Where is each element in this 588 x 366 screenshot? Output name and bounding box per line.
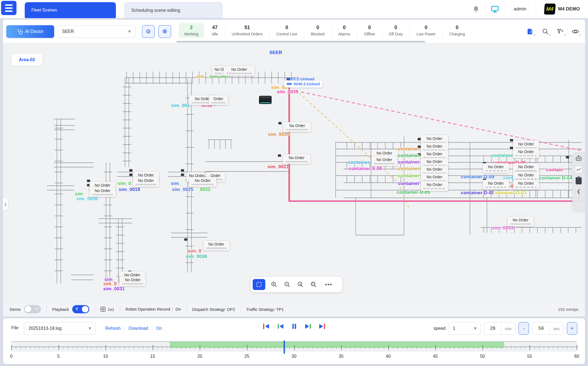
map-label: sim_0031 (103, 286, 125, 292)
ellipsis-icon: ••• (325, 281, 332, 288)
tab-scheduling-scene-editing[interactable]: Scheduling scene editing (124, 2, 222, 18)
timeline-cursor[interactable] (284, 340, 285, 354)
stat-idle[interactable]: 47Idle (205, 25, 225, 36)
box-select-button[interactable] (253, 279, 265, 290)
timeline-label: 25 (244, 354, 249, 359)
stat-offline[interactable]: 0Offline (357, 25, 382, 36)
settings-button[interactable]: ⚙ (142, 25, 155, 38)
stat-charging[interactable]: 0Charging (442, 25, 472, 36)
zoom-fit-button[interactable] (294, 279, 307, 290)
map-label: sim (196, 74, 205, 79)
stat-blocked[interactable]: 0Blocked (304, 25, 331, 36)
demo-toggle-state: N (35, 307, 38, 311)
timeline-label: 5 (57, 354, 60, 359)
scene-select-value: SEER (62, 29, 74, 34)
player-links: RefreshDownloadOn (105, 322, 162, 335)
stat-working[interactable]: 2Working (179, 23, 204, 38)
zoom-out-button[interactable] (281, 279, 294, 290)
pause-button[interactable] (291, 323, 298, 330)
timeline-track[interactable] (11, 341, 577, 352)
chevron-right-icon: ❯ (4, 202, 7, 206)
map-label: container-D-09 (461, 174, 494, 180)
log-edit-button[interactable] (523, 25, 538, 38)
step-forward-icon (305, 323, 312, 330)
stat-unfinished-orders[interactable]: 51Unfinished Orders (225, 25, 270, 36)
right-tool-panel: ❮ (572, 152, 585, 212)
grid-layout-button[interactable] (101, 307, 105, 312)
visibility-button[interactable] (568, 25, 583, 38)
filter-button[interactable] (553, 25, 568, 38)
map-label: contain (546, 167, 563, 173)
document-edit-icon (527, 28, 534, 35)
minutes-input[interactable]: 28 (484, 322, 501, 334)
timeline-label: 35 (339, 354, 344, 359)
left-panel-handle[interactable]: ❯ (3, 198, 8, 210)
timeline-label: 0 (10, 354, 13, 359)
freeze-button[interactable]: ❆ (158, 25, 171, 38)
link-download[interactable]: Download (129, 326, 148, 331)
more-button[interactable]: ••• (322, 279, 335, 290)
order-tooltip: No Order (212, 66, 225, 76)
seconds-input[interactable]: 59 (533, 322, 550, 334)
tab-fleet-scenes[interactable]: Fleet Scenes (25, 2, 116, 18)
area-badge[interactable]: Area-02 (12, 54, 42, 66)
step-forward-button[interactable] (305, 323, 312, 330)
search-button[interactable] (538, 25, 553, 38)
player-controls (263, 323, 326, 330)
player-speed-group: speed 1 ▼ 28 min - 59 sec + (433, 322, 577, 335)
chart-button[interactable] (575, 166, 582, 173)
map-label: sim_ (171, 181, 182, 186)
playback-toggle[interactable]: Y (72, 305, 89, 313)
divider (321, 281, 321, 288)
user-menu[interactable]: admin (504, 0, 536, 18)
demo-toggle[interactable]: N (24, 305, 41, 313)
chevron-left-icon[interactable]: ❮ (577, 188, 581, 194)
order-tooltip: No Order (203, 241, 229, 250)
divider (95, 306, 95, 313)
clipboard-button[interactable] (576, 177, 582, 184)
stat-off-duty[interactable]: 0Off Duty (382, 25, 410, 36)
map-canvas[interactable]: simsim_0037sim_00sim_0039sim_0027_0012si… (3, 43, 585, 302)
file-select[interactable]: 20251013-18.log ▼ (24, 322, 96, 335)
demo-label: Demo (10, 307, 21, 312)
menu-button[interactable] (1, 1, 16, 15)
map-scale: 152 mm/px (558, 307, 578, 312)
timeline-label: 45 (433, 354, 438, 359)
skip-end-button[interactable] (319, 323, 326, 330)
file-select-value: 20251013-18.log (29, 326, 62, 331)
pause-icon (291, 323, 298, 330)
speed-select[interactable]: 1 ▼ (449, 322, 481, 335)
step-back-button[interactable] (277, 323, 284, 330)
chevron-down-icon: ▼ (128, 30, 131, 33)
link-refresh[interactable]: Refresh (105, 326, 121, 331)
topbar: Fleet Scenes Scheduling scene editing ad… (0, 0, 588, 18)
stats-scrollbar[interactable] (177, 41, 425, 43)
map-label: container-D-03 (493, 190, 526, 196)
dispatch-strategy-status: Dispatch Strategy: DP2 (192, 307, 235, 312)
stat-control-lost[interactable]: 0Control Lost (270, 25, 304, 36)
stat-alarms[interactable]: 0Alarms (331, 25, 357, 36)
chevron-down-icon: ▼ (474, 326, 476, 330)
stat-low-power[interactable]: 0Low Power (410, 25, 442, 36)
zoom-region-button[interactable] (307, 279, 320, 290)
brand: M4 M4 DEMO (536, 0, 588, 18)
skip-start-button[interactable] (263, 323, 270, 330)
snowflake-icon: ❆ (162, 28, 167, 35)
filter-icon (557, 28, 564, 35)
zoom-in-button[interactable] (268, 279, 280, 290)
search-icon (542, 28, 549, 35)
map-label: container (491, 153, 513, 158)
map-label: sim_0021 (267, 164, 289, 170)
notifications-button[interactable] (466, 0, 485, 18)
scene-select[interactable]: SEER ▼ (57, 25, 135, 38)
divider (266, 281, 267, 288)
decrement-button[interactable]: - (519, 322, 529, 335)
map-label: sim_0035 (268, 132, 289, 137)
playback-panel: File 20251013-18.log ▼ RefreshDownloadOn… (3, 318, 585, 364)
increment-button[interactable]: + (567, 322, 577, 335)
playback-label: Playback (52, 307, 69, 312)
monitor-button[interactable] (485, 0, 504, 18)
link-on[interactable]: On (156, 326, 162, 331)
ai-doctor-button[interactable]: AI Doctor (6, 25, 54, 38)
traffic-strategy-status: Traffic Strategy: TP1 (246, 307, 284, 312)
